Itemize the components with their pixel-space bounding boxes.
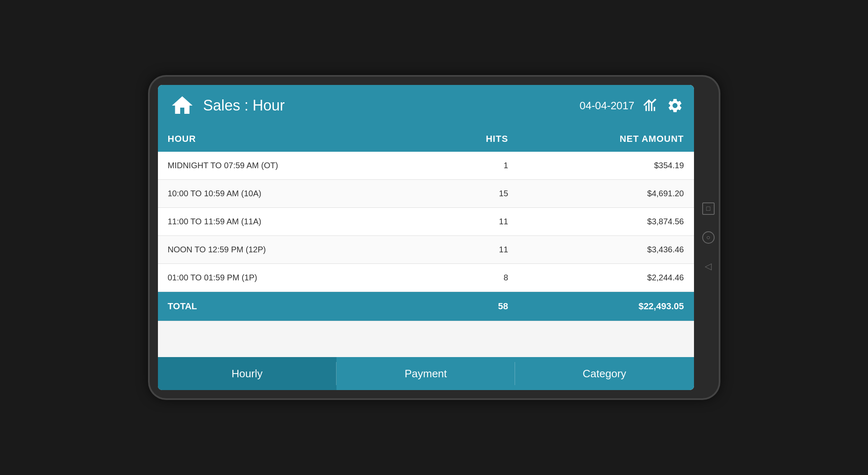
cell-net-amount: $354.19 (518, 152, 694, 180)
sales-table: HOUR HITS NET AMOUNT MIDNIGHT TO 07:59 A… (158, 126, 694, 321)
cell-hits: 15 (430, 180, 518, 208)
cell-hour: 01:00 TO 01:59 PM (1P) (158, 264, 430, 292)
total-label: TOTAL (158, 292, 430, 321)
table-row: 11:00 TO 11:59 AM (11A) 11 $3,874.56 (158, 208, 694, 236)
total-net-amount: $22,493.05 (518, 292, 694, 321)
device-frame: Sales : Hour 04-04-2017 (150, 77, 719, 398)
cell-hour: NOON TO 12:59 PM (12P) (158, 236, 430, 264)
cell-net-amount: $2,244.46 (518, 264, 694, 292)
tab-payment[interactable]: Payment (336, 357, 515, 390)
table-header-row: HOUR HITS NET AMOUNT (158, 126, 694, 152)
cell-net-amount: $3,436.46 (518, 236, 694, 264)
header-right: 04-04-2017 (580, 96, 684, 115)
cell-net-amount: $3,874.56 (518, 208, 694, 236)
back-button[interactable]: ◁ (702, 260, 715, 273)
settings-icon[interactable] (666, 96, 684, 115)
total-row: TOTAL 58 $22,493.05 (158, 292, 694, 321)
cell-hour: 10:00 TO 10:59 AM (10A) (158, 180, 430, 208)
total-hits: 58 (430, 292, 518, 321)
side-buttons: □ ○ ◁ (702, 202, 715, 273)
header-date: 04-04-2017 (580, 99, 635, 112)
cell-net-amount: $4,691.20 (518, 180, 694, 208)
circle-button[interactable]: ○ (702, 231, 715, 244)
cell-hour: 11:00 TO 11:59 AM (11A) (158, 208, 430, 236)
chart-icon[interactable] (641, 96, 659, 115)
col-header-hits: HITS (430, 126, 518, 152)
cell-hits: 8 (430, 264, 518, 292)
col-header-hour: HOUR (158, 126, 430, 152)
table-row: NOON TO 12:59 PM (12P) 11 $3,436.46 (158, 236, 694, 264)
home-icon[interactable] (168, 91, 197, 120)
cell-hour: MIDNIGHT TO 07:59 AM (OT) (158, 152, 430, 180)
table-row: MIDNIGHT TO 07:59 AM (OT) 1 $354.19 (158, 152, 694, 180)
tab-hourly[interactable]: Hourly (158, 357, 336, 390)
cell-hits: 1 (430, 152, 518, 180)
table-row: 10:00 TO 10:59 AM (10A) 15 $4,691.20 (158, 180, 694, 208)
table-row: 01:00 TO 01:59 PM (1P) 8 $2,244.46 (158, 264, 694, 292)
tab-category[interactable]: Category (515, 357, 694, 390)
page-title: Sales : Hour (203, 97, 580, 114)
cell-hits: 11 (430, 208, 518, 236)
table-area: HOUR HITS NET AMOUNT MIDNIGHT TO 07:59 A… (158, 126, 694, 357)
cell-hits: 11 (430, 236, 518, 264)
col-header-net-amount: NET AMOUNT (518, 126, 694, 152)
device-screen: Sales : Hour 04-04-2017 (158, 85, 694, 390)
square-button[interactable]: □ (702, 202, 715, 215)
bottom-tabs: Hourly Payment Category (158, 357, 694, 390)
app-header: Sales : Hour 04-04-2017 (158, 85, 694, 126)
